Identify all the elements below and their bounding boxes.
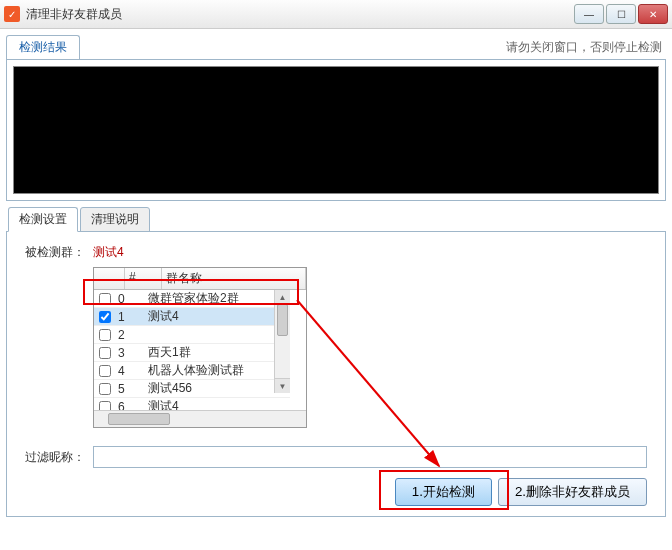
scroll-down-icon[interactable]: ▼ — [275, 378, 290, 393]
warning-hint: 请勿关闭窗口，否则停止检测 — [506, 39, 662, 56]
col-index: # — [125, 268, 162, 289]
detected-group-value: 测试4 — [93, 244, 124, 261]
row-index: 4 — [116, 364, 146, 378]
row-index: 2 — [116, 328, 146, 342]
row-checkbox[interactable] — [99, 401, 111, 411]
table-row[interactable]: 3西天1群 — [94, 344, 290, 362]
table-header: # 群名称 — [94, 268, 306, 290]
table-row[interactable]: 1测试4 — [94, 308, 290, 326]
row-index: 5 — [116, 382, 146, 396]
row-checkbox[interactable] — [99, 383, 111, 395]
filter-label: 过滤昵称： — [25, 449, 93, 466]
table-row[interactable]: 6测试4 — [94, 398, 290, 410]
settings-tabs: 检测设置 清理说明 — [8, 207, 672, 232]
results-output — [13, 66, 659, 194]
maximize-button[interactable]: ☐ — [606, 4, 636, 24]
row-checkbox[interactable] — [99, 311, 111, 323]
filter-input[interactable] — [93, 446, 647, 468]
row-index: 1 — [116, 310, 146, 324]
scroll-thumb[interactable] — [277, 304, 288, 336]
group-table[interactable]: # 群名称 0微群管家体验2群1测试423西天1群4机器人体验测试群5测试456… — [93, 267, 307, 428]
top-row: 检测结果 请勿关闭窗口，否则停止检测 — [0, 29, 672, 59]
row-index: 0 — [116, 292, 146, 306]
results-panel — [6, 59, 666, 201]
start-detect-button[interactable]: 1.开始检测 — [395, 478, 492, 506]
table-row[interactable]: 4机器人体验测试群 — [94, 362, 290, 380]
table-row[interactable]: 5测试456 — [94, 380, 290, 398]
settings-panel: 被检测群： 测试4 # 群名称 0微群管家体验2群1测试423西天1群4机器人体… — [6, 231, 666, 517]
close-button[interactable]: ✕ — [638, 4, 668, 24]
row-name: 测试4 — [146, 308, 290, 325]
row-name: 机器人体验测试群 — [146, 362, 290, 379]
detected-group-label: 被检测群： — [25, 244, 93, 261]
svg-line-0 — [297, 300, 439, 466]
tab-detect-settings[interactable]: 检测设置 — [8, 207, 78, 232]
minimize-button[interactable]: — — [574, 4, 604, 24]
row-name: 微群管家体验2群 — [146, 290, 290, 307]
remove-nonfriends-button[interactable]: 2.删除非好友群成员 — [498, 478, 647, 506]
app-icon: ✓ — [4, 6, 20, 22]
table-row[interactable]: 2 — [94, 326, 290, 344]
row-checkbox[interactable] — [99, 293, 111, 305]
row-index: 6 — [116, 400, 146, 411]
horizontal-scrollbar[interactable] — [94, 410, 306, 427]
row-checkbox[interactable] — [99, 329, 111, 341]
row-checkbox[interactable] — [99, 365, 111, 377]
tab-clean-info[interactable]: 清理说明 — [80, 207, 150, 232]
hscroll-thumb[interactable] — [108, 413, 170, 425]
table-row[interactable]: 0微群管家体验2群 — [94, 290, 290, 308]
col-name: 群名称 — [162, 268, 306, 289]
row-checkbox[interactable] — [99, 347, 111, 359]
tab-results[interactable]: 检测结果 — [6, 35, 80, 59]
row-index: 3 — [116, 346, 146, 360]
vertical-scrollbar[interactable]: ▲ ▼ — [274, 290, 290, 393]
row-name: 西天1群 — [146, 344, 290, 361]
row-name: 测试4 — [146, 398, 290, 410]
titlebar: ✓ 清理非好友群成员 — ☐ ✕ — [0, 0, 672, 29]
scroll-up-icon[interactable]: ▲ — [275, 290, 290, 305]
row-name: 测试456 — [146, 380, 290, 397]
window-title: 清理非好友群成员 — [26, 6, 574, 23]
